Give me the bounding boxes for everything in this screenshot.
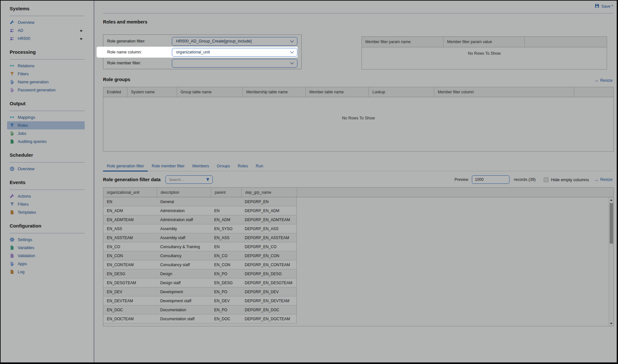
column-header-member-filter-column[interactable]: Member filter column bbox=[434, 87, 574, 97]
submenu-arrow-icon[interactable]: ▶ bbox=[80, 29, 83, 32]
submenu-arrow-icon[interactable]: ▶ bbox=[80, 37, 83, 40]
sidebar-item-actions[interactable]: Actions bbox=[7, 192, 85, 200]
cell-dep-grp-name: DEPGRP_EN_DESG bbox=[241, 269, 296, 278]
table-row-en-conteam[interactable]: EN_CONTEAMConsultancy staffEN_CONDEPGRP_… bbox=[103, 260, 297, 269]
cell-parent: EN_CO bbox=[211, 251, 241, 260]
table-row-en-con[interactable]: EN_CONConsultancyEN_CODEPGRP_EN_CON bbox=[103, 251, 297, 260]
sidebar-item-templates[interactable]: Templates bbox=[7, 208, 85, 216]
sidebar-item-label: Jobs bbox=[18, 131, 26, 136]
column-header-blank[interactable] bbox=[574, 87, 613, 97]
sidebar-item-roles[interactable]: Roles bbox=[7, 121, 85, 129]
column-header-organizational-unit[interactable]: organizational_unit bbox=[103, 188, 157, 197]
vertical-scrollbar[interactable] bbox=[609, 197, 613, 326]
table-row-en-devteam[interactable]: EN_DEVTEAMDevelopment staffEN_DEVDEPGRP_… bbox=[103, 296, 297, 305]
save-icon bbox=[595, 4, 599, 9]
sidebar-item-settings[interactable]: Settings bbox=[7, 236, 85, 244]
table-row-en-dev[interactable]: EN_DEVDevelopmentEN_PODEPGRP_EN_DEV bbox=[103, 287, 297, 296]
resize-arrows-icon: ↔ bbox=[595, 78, 599, 83]
preview-count-input[interactable] bbox=[472, 175, 510, 184]
cell-parent: EN_PO bbox=[211, 305, 241, 314]
tab-role-member-filter[interactable]: Role member filter bbox=[148, 162, 188, 172]
tab-members[interactable]: Members bbox=[188, 162, 213, 172]
search-input[interactable] bbox=[169, 178, 201, 182]
scrollbar-thumb[interactable] bbox=[610, 203, 613, 244]
role-groups-table: EnabledSystem nameGroup table nameMember… bbox=[103, 87, 614, 152]
column-header-system-name[interactable]: System name bbox=[127, 87, 177, 97]
table-row-en[interactable]: ENGeneralDEPGRP_EN bbox=[103, 197, 297, 206]
records-count: records (39) bbox=[514, 177, 536, 182]
sidebar-item-filters[interactable]: Filters bbox=[7, 200, 85, 208]
role-name-column-dropdown[interactable]: organizational_unit bbox=[172, 48, 297, 57]
sidebar-item-label: Overview bbox=[18, 167, 34, 171]
table-row-en-desgteam[interactable]: EN_DESGTEAMDesign staffEN_DESGDEPGRP_EN_… bbox=[103, 278, 297, 287]
cell-organizational-unit: EN_ADM bbox=[103, 206, 157, 215]
sidebar-item-validation[interactable]: Validation bbox=[7, 252, 85, 260]
sidebar-item-relations[interactable]: Relations bbox=[7, 62, 85, 70]
table-row-en-admteam[interactable]: EN_ADMTEAMAdministration staffEN_ADMDEPG… bbox=[103, 215, 297, 224]
sidebar-item-variables[interactable]: Variables bbox=[7, 244, 85, 252]
sidebar-item-label: Auditing queries bbox=[18, 139, 47, 144]
column-header-member-table-name[interactable]: Member table name bbox=[305, 87, 369, 97]
scroll-down-arrow[interactable] bbox=[609, 321, 613, 326]
sidebar-item-log[interactable]: Log bbox=[7, 268, 85, 276]
column-header-member-filter-param-name[interactable]: Member filter param name bbox=[362, 37, 443, 47]
chevron-down-icon bbox=[290, 50, 294, 53]
column-header-membership-table-name[interactable]: Membership table name bbox=[242, 87, 305, 97]
doc-icon bbox=[10, 253, 14, 258]
cell-description: Consultancy bbox=[157, 251, 211, 260]
sidebar-splitter[interactable] bbox=[94, 1, 94, 362]
cell-description: Documentation staff bbox=[157, 314, 211, 323]
sidebar-item-mappings[interactable]: Mappings bbox=[7, 113, 85, 121]
column-header-blank[interactable] bbox=[524, 37, 607, 47]
column-header-description[interactable]: description bbox=[157, 188, 211, 197]
scroll-up-arrow[interactable] bbox=[609, 198, 613, 202]
column-header-enabled[interactable]: Enabled bbox=[103, 87, 127, 97]
sidebar-item-label: Actions bbox=[18, 194, 31, 199]
filter-funnel-icon[interactable] bbox=[206, 178, 210, 182]
sidebar-item-password-generation[interactable]: Password generation bbox=[7, 86, 85, 94]
role-member-filter-dropdown[interactable] bbox=[172, 59, 297, 68]
cell-parent: EN_DESG bbox=[211, 278, 241, 287]
app-window: SystemsOverviewAD▶HR500▶ProcessingRelati… bbox=[1, 1, 617, 362]
sidebar-item-auditing-queries[interactable]: Auditing queries bbox=[7, 137, 85, 145]
column-header-member-filter-param-value[interactable]: Member filter param value bbox=[443, 37, 524, 47]
table-row-en-assteam[interactable]: EN_ASSTEAMAssembly staffEN_ASSDEPGRP_EN_… bbox=[103, 233, 297, 242]
hide-empty-columns-checkbox[interactable] bbox=[544, 177, 548, 182]
tab-role-generation-filter[interactable]: Role generation filter bbox=[103, 162, 148, 172]
table-row-en-doc[interactable]: EN_DOCDocumentationEN_PODEPGRP_EN_DOC bbox=[103, 305, 297, 314]
filter-data-header: organizational_unitdescriptionparentdep_… bbox=[103, 188, 613, 197]
sidebar-item-apps[interactable]: Apps bbox=[7, 260, 85, 268]
table-row-en-docteam[interactable]: EN_DOCTEAMDocumentation staffEN_DOCDEPGR… bbox=[103, 314, 297, 323]
sidebar-item-label: Validation bbox=[18, 254, 35, 258]
save-button[interactable]: Save * bbox=[595, 4, 613, 9]
wrench-icon bbox=[10, 194, 14, 199]
doc-icon bbox=[10, 210, 14, 215]
sidebar-item-ad[interactable]: AD▶ bbox=[7, 26, 85, 34]
sidebar-item-filters[interactable]: Filters bbox=[7, 70, 85, 78]
sidebar-item-hr500[interactable]: HR500▶ bbox=[7, 34, 85, 42]
table-row-en-ass[interactable]: EN_ASSAssemblyEN_SYSODEPGRP_EN_ASS bbox=[103, 224, 297, 233]
table-row-en-co[interactable]: EN_COConsultancy & TrainingENDEPGRP_EN_C… bbox=[103, 242, 297, 251]
cell-parent: EN_DOC bbox=[211, 314, 241, 323]
column-header-group-table-name[interactable]: Group table name bbox=[177, 87, 242, 97]
table-row-en-desg[interactable]: EN_DESGDesignEN_PODEPGRP_EN_DESG bbox=[103, 269, 297, 278]
role-generation-filter-dropdown[interactable]: HR500_AD_Group_Create[group_include] bbox=[172, 37, 297, 46]
table-row-en-adm[interactable]: EN_ADMAdministrationENDEPGRP_EN_ADM bbox=[103, 206, 297, 215]
cell-organizational-unit: EN_ASS bbox=[103, 224, 157, 233]
filter-data-resize-button[interactable]: ↔ Resize bbox=[595, 177, 613, 182]
sidebar-item-jobs[interactable]: Jobs bbox=[7, 129, 85, 137]
role-groups-resize-button[interactable]: ↔ Resize bbox=[595, 78, 613, 83]
column-header-dep-grp-name[interactable]: dep_grp_name bbox=[241, 188, 297, 197]
column-header-blank[interactable] bbox=[297, 188, 613, 197]
sidebar-item-label: Password generation bbox=[18, 88, 55, 92]
tab-roles[interactable]: Roles bbox=[234, 162, 252, 172]
sidebar-item-overview[interactable]: Overview bbox=[7, 165, 85, 173]
sidebar-item-overview[interactable]: Overview bbox=[7, 18, 85, 26]
tab-run[interactable]: Run bbox=[252, 162, 267, 172]
column-header-parent[interactable]: parent bbox=[211, 188, 241, 197]
tab-groups[interactable]: Groups bbox=[213, 162, 234, 172]
sidebar-item-name-generation[interactable]: Name generation bbox=[7, 78, 85, 86]
column-header-lookup[interactable]: Lookup bbox=[369, 87, 434, 97]
cell-description: Documentation bbox=[157, 305, 211, 314]
search-box[interactable] bbox=[165, 175, 213, 184]
